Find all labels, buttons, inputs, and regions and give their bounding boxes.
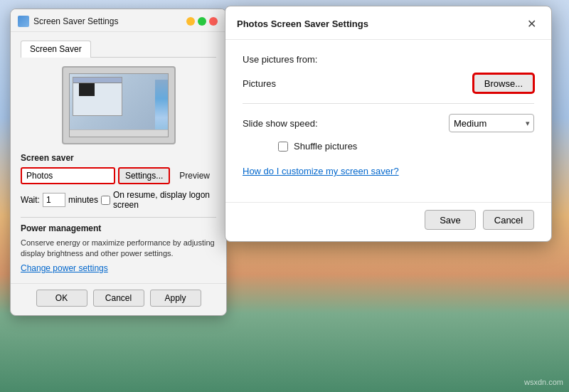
watermark: wsxdn.com [524,378,563,386]
tab-screen-saver[interactable]: Screen Saver [21,41,91,58]
power-section: Power management Conserve energy or maxi… [21,217,216,273]
slideshow-speed-dropdown[interactable]: Slow Medium Fast [449,114,534,132]
main-window-footer: OK Cancel Apply [11,283,226,315]
change-power-settings-link[interactable]: Change power settings [21,263,108,273]
shuffle-label: Shuffle pictures [294,141,357,152]
preview-sidebar [155,80,168,137]
dialog-cancel-button[interactable]: Cancel [483,210,534,230]
preview-window [73,77,122,116]
preview-black-box [79,83,95,96]
titlebar-icon [18,16,29,27]
screen-saver-section-label: Screen saver [21,153,216,163]
ss-controls-row: Photos Settings... Preview [21,167,216,184]
wait-input[interactable] [43,193,65,207]
monitor-preview-container [21,66,216,144]
window-controls [186,17,218,26]
customize-link[interactable]: How do I customize my screen saver? [243,166,534,176]
ok-button[interactable]: OK [36,290,87,307]
preview-window-bar [73,78,122,83]
maximize-button[interactable] [198,17,206,26]
slideshow-speed-label: Slide show speed: [243,118,318,129]
wait-label-before: Wait: [21,195,40,205]
dialog-titlebar: Photos Screen Saver Settings ✕ [225,6,551,40]
resume-label: On resume, display logon screen [113,190,216,210]
power-section-label: Power management [21,223,216,233]
shuffle-checkbox[interactable] [278,142,288,152]
dialog-body: Use pictures from: Pictures Browse... Sl… [225,40,551,202]
wait-label-after: minutes [68,195,98,205]
photos-dialog: Photos Screen Saver Settings ✕ Use pictu… [225,6,552,242]
pictures-label: Pictures [243,78,276,89]
dialog-footer: Save Cancel [225,202,551,241]
browse-button[interactable]: Browse... [473,73,534,93]
close-button[interactable] [209,17,218,26]
screen-saver-settings-window: Screen Saver Settings Screen Saver [10,9,227,316]
preview-taskbar [70,129,168,137]
dialog-title: Photos Screen Saver Settings [237,18,368,29]
preview-button[interactable]: Preview [173,167,216,184]
cancel-button[interactable]: Cancel [93,290,144,307]
dialog-close-button[interactable]: ✕ [521,14,541,33]
shuffle-row: Shuffle pictures [243,141,534,152]
use-pictures-label: Use pictures from: [243,54,534,65]
main-window-content: Screen Saver Screen saver Photos [11,32,226,283]
main-titlebar: Screen Saver Settings [11,9,226,32]
main-window-title: Screen Saver Settings [33,16,186,26]
screen-saver-dropdown[interactable]: Photos [21,167,115,184]
monitor-frame [62,66,176,144]
logon-screen-checkbox[interactable] [101,196,110,205]
slideshow-speed-row: Slide show speed: Slow Medium Fast [243,114,534,132]
tab-bar: Screen Saver [21,41,216,58]
apply-button[interactable]: Apply [150,290,201,307]
wait-row: Wait: minutes On resume, display logon s… [21,190,216,210]
monitor-screen [69,73,169,137]
minimize-button[interactable] [186,17,195,26]
settings-button[interactable]: Settings... [118,167,170,184]
pictures-row: Pictures Browse... [243,73,534,104]
speed-select-wrapper: Slow Medium Fast [449,114,534,132]
dialog-save-button[interactable]: Save [425,210,476,230]
power-description: Conserve energy or maximize performance … [21,238,216,260]
